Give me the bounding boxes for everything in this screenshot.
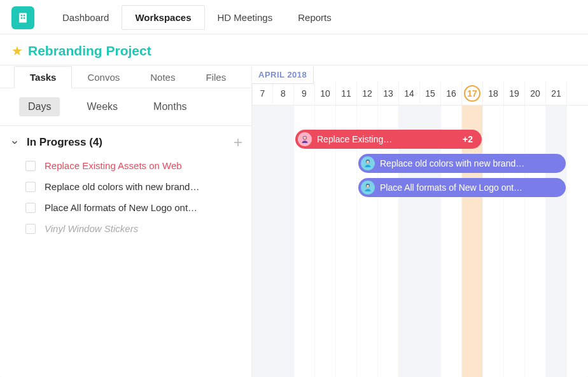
svg-rect-2 <box>24 15 25 17</box>
date-cell[interactable]: 19 <box>504 81 525 105</box>
svg-rect-4 <box>24 17 25 19</box>
subtab-tasks[interactable]: Tasks <box>14 66 72 88</box>
timeline-panel: APRIL 2018 789101112131415161718192021 R… <box>252 66 588 377</box>
date-number: 15 <box>425 88 435 99</box>
date-cell[interactable]: 12 <box>357 81 378 105</box>
date-cell[interactable]: 13 <box>378 81 399 105</box>
svg-point-10 <box>367 185 370 188</box>
view-toggle-row: Days Weeks Months <box>0 88 251 126</box>
date-cell[interactable]: 15 <box>420 81 441 105</box>
date-cell[interactable]: 11 <box>336 81 357 105</box>
date-cell[interactable]: 16 <box>441 81 462 105</box>
subtab-convos[interactable]: Convos <box>72 67 135 88</box>
date-number: 8 <box>281 88 286 99</box>
date-cell[interactable]: 14 <box>399 81 420 105</box>
bar-label: Place All formats of New Logo ont… <box>380 182 557 193</box>
top-nav: Dashboard Workspaces HD Meetings Reports <box>0 0 588 34</box>
date-number: 7 <box>260 88 265 99</box>
task-checkbox[interactable] <box>25 203 36 213</box>
view-weeks[interactable]: Weeks <box>78 97 127 116</box>
avatar <box>361 181 375 195</box>
date-cell[interactable]: 10 <box>315 81 336 105</box>
project-title[interactable]: Rebranding Project <box>28 43 151 58</box>
nav-hd-meetings[interactable]: HD Meetings <box>205 6 286 29</box>
date-cell[interactable]: 17 <box>462 81 483 105</box>
task-checkbox[interactable] <box>25 224 36 234</box>
building-icon <box>17 11 29 24</box>
date-number: 19 <box>509 88 519 99</box>
task-row[interactable]: Vinyl Window Stickers <box>0 218 251 239</box>
bar-label: Replace old colors with new brand… <box>380 158 557 168</box>
task-label: Replace old colors with new brand… <box>45 181 199 192</box>
app-logo[interactable] <box>11 6 34 29</box>
subtab-notes[interactable]: Notes <box>135 67 190 88</box>
month-label: APRIL 2018 <box>252 66 314 84</box>
svg-point-6 <box>304 137 307 140</box>
nav-workspaces[interactable]: Workspaces <box>122 5 204 30</box>
date-number: 12 <box>362 88 372 99</box>
task-label: Vinyl Window Stickers <box>45 223 138 234</box>
date-cell[interactable]: 21 <box>546 81 567 105</box>
date-number: 13 <box>383 88 393 99</box>
task-checkbox[interactable] <box>25 161 36 171</box>
bar-extra-count: +2 <box>463 134 473 144</box>
svg-rect-0 <box>19 13 27 22</box>
avatar <box>361 156 375 170</box>
date-cell[interactable]: 20 <box>525 81 546 105</box>
task-row[interactable]: Replace Existing Assets on Web <box>0 155 251 176</box>
task-row[interactable]: Place All formats of New Logo ont… <box>0 197 251 218</box>
svg-point-8 <box>367 161 370 164</box>
date-cell[interactable]: 9 <box>294 81 315 105</box>
timeline-bar[interactable]: Place All formats of New Logo ont… <box>358 178 566 197</box>
task-row[interactable]: Replace old colors with new brand… <box>0 176 251 197</box>
timeline-bars: Replace Existing…+2Replace old colors wi… <box>252 106 588 377</box>
nav-reports[interactable]: Reports <box>285 6 344 29</box>
left-panel: Tasks Convos Notes Files Days Weeks Mont… <box>0 66 252 377</box>
date-number: 18 <box>488 88 498 99</box>
project-header: ★ Rebranding Project <box>0 34 588 65</box>
subtab-bar: Tasks Convos Notes Files <box>0 65 251 88</box>
date-number: 17 <box>464 85 480 102</box>
date-number: 9 <box>302 88 307 99</box>
date-cell[interactable]: 8 <box>273 81 294 105</box>
date-number: 14 <box>404 88 414 99</box>
date-number: 21 <box>551 88 561 99</box>
date-cell[interactable]: 18 <box>483 81 504 105</box>
date-number: 20 <box>530 88 540 99</box>
view-months[interactable]: Months <box>144 97 195 116</box>
task-label: Replace Existing Assets on Web <box>45 160 182 171</box>
chevron-down-icon <box>9 137 20 148</box>
star-icon[interactable]: ★ <box>11 43 23 58</box>
nav-dashboard[interactable]: Dashboard <box>50 6 122 29</box>
date-number: 10 <box>320 88 330 99</box>
avatar <box>298 132 312 146</box>
task-checkbox[interactable] <box>25 182 36 192</box>
svg-rect-1 <box>21 15 23 17</box>
app-window: Dashboard Workspaces HD Meetings Reports… <box>0 0 588 377</box>
date-number: 11 <box>341 88 351 99</box>
view-days[interactable]: Days <box>19 97 60 116</box>
task-list: Replace Existing Assets on WebReplace ol… <box>0 155 251 239</box>
section-title: In Progress (4) <box>27 136 234 149</box>
subtab-files[interactable]: Files <box>190 67 241 88</box>
date-cell[interactable]: 7 <box>252 81 273 105</box>
section-header[interactable]: In Progress (4) + <box>0 126 251 155</box>
timeline-bar[interactable]: Replace Existing…+2 <box>295 130 482 149</box>
bar-label: Replace Existing… <box>317 134 458 144</box>
date-header: 789101112131415161718192021 <box>252 81 588 106</box>
svg-rect-3 <box>21 17 23 19</box>
task-label: Place All formats of New Logo ont… <box>45 202 197 213</box>
timeline-bar[interactable]: Replace old colors with new brand… <box>358 154 566 173</box>
add-task-icon[interactable]: + <box>234 135 242 150</box>
date-number: 16 <box>446 88 456 99</box>
